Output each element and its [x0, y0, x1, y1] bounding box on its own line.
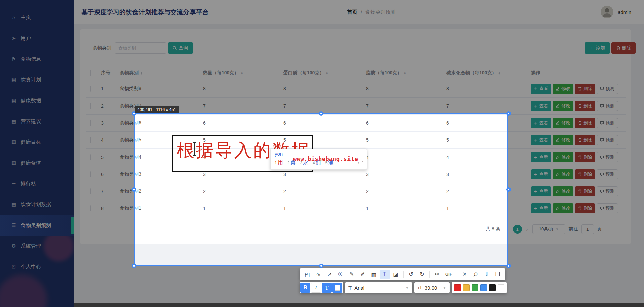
download-icon[interactable]: ⇩	[482, 270, 492, 279]
redo-icon[interactable]: ↻	[417, 270, 427, 279]
chevron-down-icon: ▼	[443, 286, 446, 290]
text-tool-icon[interactable]: T	[380, 270, 390, 279]
screen: ⌂主页➤用户⚑食物信息▦饮食计划▦健康数据▦营养建议▦健康目标▦健康食谱☰排行榜…	[0, 0, 644, 307]
marker-tool-icon[interactable]: ✐	[358, 270, 368, 279]
watermark: www.bishebang.site	[293, 156, 358, 162]
text-cursor-icon	[194, 142, 195, 156]
format-group: B I T	[300, 282, 343, 293]
pin-icon[interactable]: ⚲	[469, 267, 482, 281]
selection-size-label: 400,461 - 1116 x 451	[135, 106, 179, 113]
ime-candidate[interactable]: 1用	[275, 159, 283, 166]
font-size-icon: ᴛT	[418, 285, 422, 290]
text-background-button[interactable]	[332, 283, 342, 293]
undo-icon[interactable]: ↺	[406, 270, 416, 279]
bold-button[interactable]: B	[300, 283, 310, 293]
text-format-toolbar: B I T T Arial ▼ ᴛT 39.00 ▼	[300, 282, 507, 293]
ime-paging: ›ˇ	[358, 161, 363, 165]
selection-handle[interactable]	[506, 111, 511, 116]
selection-handle[interactable]	[132, 187, 136, 192]
close-icon[interactable]: ✕	[460, 270, 470, 279]
dim-overlay	[0, 113, 134, 266]
selection-handle[interactable]	[319, 111, 323, 116]
mosaic-tool-icon[interactable]: ▦	[369, 270, 379, 279]
pencil-tool-icon[interactable]: ✎	[346, 270, 357, 279]
font-icon: T	[348, 285, 352, 291]
screen-clip-icon[interactable]: ✂	[432, 270, 442, 279]
copy-icon[interactable]: ❐	[493, 270, 503, 279]
toolbar-separator	[457, 271, 457, 278]
polyline-tool-icon[interactable]: ∿	[313, 270, 323, 279]
italic-button[interactable]: I	[311, 283, 321, 293]
number-tool-icon[interactable]: ①	[335, 270, 345, 279]
selection-handle[interactable]	[319, 264, 323, 268]
color-swatch[interactable]	[498, 284, 504, 291]
selection-handle[interactable]	[132, 264, 136, 268]
chevron-down-icon: ▼	[405, 286, 409, 290]
color-palette	[452, 282, 507, 293]
selection-handle[interactable]	[506, 187, 511, 192]
arrow-tool-icon[interactable]: ↗	[324, 270, 334, 279]
font-family-select[interactable]: T Arial ▼	[345, 282, 412, 293]
toolbar-separator	[403, 271, 404, 278]
color-swatch[interactable]	[489, 284, 496, 291]
white-swatch-icon	[335, 285, 340, 291]
selection-handle[interactable]	[506, 264, 511, 268]
color-swatch[interactable]	[472, 284, 478, 291]
next-candidates-icon[interactable]: ›	[358, 161, 359, 165]
color-swatch[interactable]	[463, 284, 470, 291]
capture-toolbar: ◰∿↗①✎✐▦T◪↺↻✂GIF✕⚲⇩❐	[300, 268, 505, 280]
color-swatch[interactable]	[480, 284, 487, 291]
expand-candidates-icon[interactable]: ˇ	[362, 161, 363, 165]
eraser-tool-icon[interactable]: ◪	[391, 270, 401, 279]
gif-icon[interactable]: GIF	[443, 270, 454, 279]
shape-tool-icon[interactable]: ◰	[302, 270, 312, 279]
dim-overlay	[0, 0, 644, 113]
toolbar-separator	[429, 271, 430, 278]
color-swatch[interactable]	[454, 284, 461, 291]
outline-text-button[interactable]: T	[322, 283, 332, 293]
ime-composition: yon	[275, 151, 283, 157]
font-size-select[interactable]: ᴛT 39.00 ▼	[414, 282, 450, 293]
dim-overlay	[508, 113, 644, 266]
